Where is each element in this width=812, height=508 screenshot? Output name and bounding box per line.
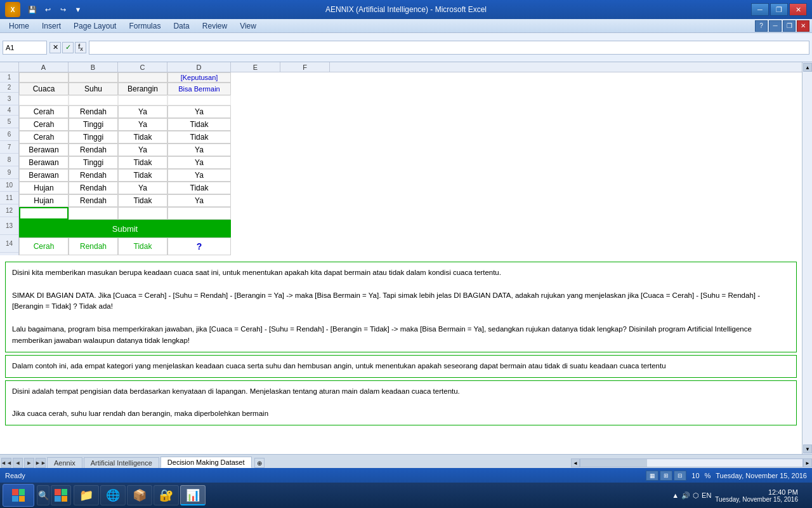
help-button[interactable]: ? (755, 20, 768, 32)
cell-d4[interactable]: Ya (167, 105, 231, 118)
answer-cuaca[interactable]: Cerah (19, 237, 69, 255)
scroll-up-button[interactable]: ▲ (803, 63, 812, 72)
name-box[interactable] (3, 41, 47, 55)
cell-b4[interactable]: Rendah (69, 105, 118, 118)
cell-a9[interactable]: Berawan (19, 169, 69, 182)
cell-b5[interactable]: Tinggi (69, 118, 118, 131)
cell-c4[interactable]: Ya (118, 105, 167, 118)
insert-function-button[interactable]: fx (75, 42, 86, 53)
cancel-formula-button[interactable]: ✕ (49, 42, 61, 53)
cell-a11[interactable]: Hujan (19, 194, 69, 207)
answer-berangin[interactable]: Tidak (118, 237, 167, 255)
cell-b8[interactable]: Tinggi (69, 156, 118, 169)
cell-d8[interactable]: Ya (167, 156, 231, 169)
undo-button[interactable]: ↩ (41, 3, 55, 16)
cell-d1[interactable]: [Keputusan] (167, 72, 231, 83)
taskbar-item-folder[interactable]: 📁 (74, 485, 99, 505)
cell-d9[interactable]: Ya (167, 169, 231, 182)
start-button[interactable] (3, 484, 34, 507)
taskbar-item-browser[interactable]: 🌐 (100, 485, 126, 505)
cell-c8[interactable]: Tidak (118, 156, 167, 169)
cell-a1[interactable] (19, 72, 69, 83)
taskbar-item-app1[interactable]: 📦 (127, 485, 152, 505)
cell-d2[interactable]: Bisa Bermain (167, 83, 231, 95)
cell-a5[interactable]: Cerah (19, 118, 69, 131)
scroll-down-button[interactable]: ▼ (803, 444, 812, 453)
sheet-tab-ai[interactable]: Artificial Intelligence (84, 457, 159, 468)
submit-button[interactable]: Submit (19, 220, 231, 237)
horizontal-scrollbar[interactable]: ◄ ► (571, 458, 812, 468)
sheet-tab-next-button[interactable]: ► (24, 458, 34, 468)
cell-a6[interactable]: Cerah (19, 131, 69, 144)
scroll-right-button[interactable]: ► (803, 458, 812, 467)
save-button[interactable]: 💾 (25, 3, 39, 16)
cell-b10[interactable]: Rendah (69, 182, 118, 194)
ribbon-minimize-button[interactable]: ─ (769, 20, 782, 32)
tab-insert[interactable]: Insert (36, 19, 67, 33)
vertical-scrollbar[interactable]: ▲ ▼ (802, 62, 812, 454)
cell-d11[interactable]: Ya (167, 194, 231, 207)
page-break-view-button[interactable]: ⊟ (674, 471, 686, 481)
sheet-tab-dataset[interactable]: Decision Making Dataset (160, 457, 252, 468)
tab-formulas[interactable]: Formulas (122, 19, 167, 33)
cell-b7[interactable]: Rendah (69, 144, 118, 156)
taskbar-item-app2[interactable]: 🔐 (154, 485, 179, 505)
sheet-tab-prev-button[interactable]: ◄ (13, 458, 23, 468)
cell-b11[interactable]: Rendah (69, 194, 118, 207)
cell-c11[interactable]: Tidak (118, 194, 167, 207)
restore-button[interactable]: ❐ (770, 3, 788, 16)
network-icon[interactable]: ▲ (672, 491, 679, 499)
cell-a12[interactable] (19, 207, 69, 220)
cell-b6[interactable]: Tinggi (69, 131, 118, 144)
cell-a4[interactable]: Cerah (19, 105, 69, 118)
battery-icon[interactable]: ⬡ (693, 491, 699, 500)
cell-d12[interactable] (167, 207, 231, 220)
ribbon-restore-button[interactable]: ❐ (783, 20, 796, 32)
close-button[interactable]: ✕ (789, 3, 807, 16)
cell-a2[interactable]: Cuaca (19, 83, 69, 95)
cell-d10[interactable]: Tidak (167, 182, 231, 194)
formula-input[interactable] (89, 41, 809, 55)
cell-d5[interactable]: Tidak (167, 118, 231, 131)
tab-review[interactable]: Review (196, 19, 233, 33)
insert-sheet-button[interactable]: ⊕ (254, 458, 265, 468)
cell-c10[interactable]: Ya (118, 182, 167, 194)
cell-c7[interactable]: Ya (118, 144, 167, 156)
tab-data[interactable]: Data (167, 19, 195, 33)
normal-view-button[interactable]: ▦ (646, 471, 658, 481)
cell-d3[interactable] (167, 95, 231, 105)
cell-c5[interactable]: Ya (118, 118, 167, 131)
cell-a3[interactable] (19, 95, 69, 105)
search-button[interactable]: 🔍 (37, 485, 49, 505)
cell-d6[interactable]: Tidak (167, 131, 231, 144)
cell-b2[interactable]: Suhu (69, 83, 118, 95)
cell-c2[interactable]: Berangin (118, 83, 167, 95)
task-view-button[interactable] (51, 485, 71, 505)
answer-suhu[interactable]: Rendah (69, 237, 118, 255)
h-scroll-track[interactable] (580, 458, 803, 467)
cell-a10[interactable]: Hujan (19, 182, 69, 194)
cell-b9[interactable]: Rendah (69, 169, 118, 182)
minimize-button[interactable]: ─ (751, 3, 769, 16)
language-icon[interactable]: EN (702, 491, 711, 499)
tab-view[interactable]: View (233, 19, 263, 33)
redo-button[interactable]: ↪ (56, 3, 70, 16)
customize-quick-access-button[interactable]: ▼ (71, 3, 85, 16)
taskbar-item-excel[interactable]: 📊 (180, 485, 206, 505)
cell-c1[interactable] (118, 72, 167, 83)
sheet-tab-first-button[interactable]: ◄◄ (1, 458, 11, 468)
scroll-left-button[interactable]: ◄ (571, 458, 580, 467)
cell-c6[interactable]: Tidak (118, 131, 167, 144)
sheet-tab-aennix[interactable]: Aennix (47, 457, 82, 468)
cell-b1[interactable] (69, 72, 118, 83)
cell-c12[interactable] (118, 207, 167, 220)
answer-result[interactable]: ? (167, 237, 231, 255)
cell-a8[interactable]: Berawan (19, 156, 69, 169)
sheet-tab-last-button[interactable]: ►► (36, 458, 46, 468)
tab-home[interactable]: Home (3, 19, 36, 33)
tab-page-layout[interactable]: Page Layout (67, 19, 122, 33)
cell-d7[interactable]: Ya (167, 144, 231, 156)
cell-b12[interactable] (69, 207, 118, 220)
cell-b3[interactable] (69, 95, 118, 105)
volume-icon[interactable]: 🔊 (681, 491, 690, 500)
